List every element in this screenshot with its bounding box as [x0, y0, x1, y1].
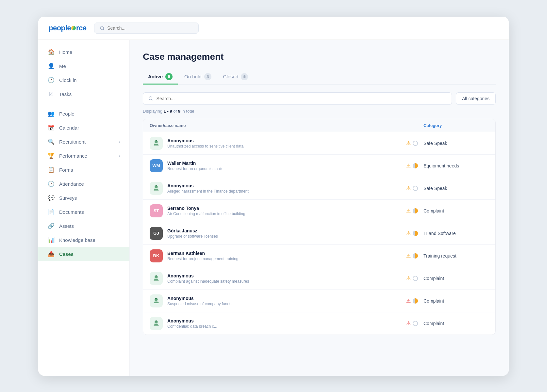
owner-name: Berman Kathleen	[167, 251, 401, 256]
displaying-suffix: in total	[182, 109, 194, 114]
case-name: Suspected misuse of company funds	[167, 302, 401, 306]
sidebar-item-cases[interactable]: 📥 Cases	[38, 247, 129, 261]
table-row[interactable]: WM Waller Martin Request for an ergonomi…	[143, 155, 495, 177]
sidebar-item-label-assets: Assets	[59, 223, 74, 229]
svg-line-3	[152, 99, 153, 100]
sidebar-item-label-performance: Performance	[59, 153, 87, 159]
warning-icon: ⚠	[406, 298, 411, 304]
sidebar-item-label-calendar: Calendar	[59, 125, 79, 131]
tab-on-hold[interactable]: On hold 4	[179, 70, 217, 85]
sidebar-item-calendar[interactable]: 📅 Calendar	[38, 121, 129, 135]
owner-info: Anonymous Confidential: data breach c...	[167, 318, 401, 329]
sidebar-item-surveys[interactable]: 💬 Surveys	[38, 191, 129, 205]
warning-icon: ⚠	[406, 275, 411, 281]
sidebar-item-attendance[interactable]: 🕐 Attendance	[38, 177, 129, 191]
avatar	[150, 182, 163, 195]
row-owner: ST Serrano Tonya Air Conditioning malfun…	[150, 204, 401, 217]
cases-list: Anonymous Unauthorized access to sensiti…	[143, 132, 495, 335]
table-row[interactable]: BK Berman Kathleen Request for project m…	[143, 245, 495, 267]
search-icon	[100, 25, 105, 31]
forms-icon: 📋	[47, 166, 55, 173]
sidebar: 🏠 Home 👤 Me 🕐 Clock in ☑ Tasks 👥	[38, 40, 130, 376]
attendance-icon: 🕐	[47, 180, 55, 187]
top-search-input[interactable]	[107, 25, 193, 31]
logo-text-people: people	[49, 24, 71, 32]
row-owner: Anonymous Alleged harassment in the Fina…	[150, 182, 401, 195]
case-search-bar[interactable]	[143, 92, 452, 105]
case-name: Request for project management training	[167, 257, 401, 261]
search-icon-filter	[148, 96, 153, 101]
status-icon	[413, 186, 418, 191]
avatar	[150, 294, 163, 307]
sidebar-item-documents[interactable]: 📄 Documents	[38, 205, 129, 219]
sidebar-item-label-attendance: Attendance	[59, 181, 84, 187]
home-icon: 🏠	[47, 49, 55, 55]
case-name: Confidential: data breach c...	[167, 324, 401, 329]
documents-icon: 📄	[47, 209, 55, 215]
svg-rect-6	[154, 276, 158, 280]
header-owner: Owner/case name	[150, 123, 401, 128]
sidebar-item-label-recruitment: Recruitment	[59, 139, 86, 145]
avatar	[150, 272, 163, 285]
sidebar-item-clock-in[interactable]: 🕐 Clock in	[38, 73, 129, 87]
sidebar-item-people[interactable]: 👥 People	[38, 107, 129, 121]
row-icons: ⚠	[401, 208, 423, 214]
table-header: Owner/case name Category	[143, 119, 495, 132]
sidebar-item-label-clock-in: Clock in	[59, 77, 76, 83]
owner-info: Anonymous Complaint against inadequate s…	[167, 273, 401, 284]
owner-name: Anonymous	[167, 273, 401, 278]
tab-closed[interactable]: Closed 5	[218, 70, 254, 85]
owner-name: Anonymous	[167, 138, 401, 143]
sidebar-item-recruitment[interactable]: 🔍 Recruitment ›	[38, 135, 129, 149]
svg-rect-4	[154, 141, 158, 145]
svg-point-2	[149, 97, 152, 100]
table-row[interactable]: Anonymous Confidential: data breach c...…	[143, 312, 495, 335]
table-row[interactable]: ST Serrano Tonya Air Conditioning malfun…	[143, 200, 495, 222]
table-row[interactable]: Anonymous Alleged harassment in the Fina…	[143, 177, 495, 200]
cases-icon: 📥	[47, 251, 55, 258]
sidebar-item-label-forms: Forms	[59, 167, 73, 173]
top-search-bar[interactable]	[94, 23, 199, 34]
row-icons: ⚠	[401, 185, 423, 191]
case-name: Alleged harassment in the Finance depart…	[167, 189, 401, 194]
warning-icon: ⚠	[406, 320, 411, 326]
sidebar-item-home[interactable]: 🏠 Home	[38, 45, 129, 59]
status-icon	[413, 163, 418, 168]
sidebar-item-tasks[interactable]: ☑ Tasks	[38, 87, 129, 101]
surveys-icon: 💬	[47, 195, 55, 201]
table-row[interactable]: Anonymous Complaint against inadequate s…	[143, 267, 495, 290]
case-search-input[interactable]	[157, 96, 446, 101]
warning-icon: ⚠	[406, 185, 411, 191]
avatar: ST	[150, 204, 163, 217]
category-filter-button[interactable]: All categories	[456, 92, 496, 105]
row-owner: GJ Górka Janusz Upgrade of software lice…	[150, 227, 401, 240]
table-row[interactable]: Anonymous Unauthorized access to sensiti…	[143, 132, 495, 155]
sidebar-item-knowledge-base[interactable]: 📊 Knowledge base	[38, 233, 129, 247]
svg-rect-5	[154, 186, 158, 190]
knowledge-icon: 📊	[47, 237, 55, 243]
owner-name: Anonymous	[167, 183, 401, 188]
svg-point-0	[100, 26, 104, 29]
table-row[interactable]: Anonymous Suspected misuse of company fu…	[143, 290, 495, 312]
sidebar-item-forms[interactable]: 📋 Forms	[38, 163, 129, 177]
status-icon	[413, 208, 418, 213]
sidebar-item-performance[interactable]: 🏆 Performance ›	[38, 149, 129, 163]
table-row[interactable]: GJ Górka Janusz Upgrade of software lice…	[143, 222, 495, 245]
row-category: Complaint	[423, 321, 489, 326]
tab-active[interactable]: Active 9	[143, 70, 178, 85]
owner-info: Anonymous Suspected misuse of company fu…	[167, 296, 401, 306]
page-title: Case management	[143, 52, 496, 62]
svg-rect-7	[154, 299, 158, 303]
svg-line-1	[103, 29, 104, 30]
row-owner: Anonymous Suspected misuse of company fu…	[150, 294, 401, 307]
row-category: Safe Speak	[423, 141, 489, 146]
row-owner: BK Berman Kathleen Request for project m…	[150, 249, 401, 262]
row-icons: ⚠	[401, 163, 423, 169]
status-icon	[413, 276, 418, 281]
sidebar-item-me[interactable]: 👤 Me	[38, 59, 129, 73]
sidebar-divider-1	[38, 104, 129, 104]
sidebar-item-assets[interactable]: 🔗 Assets	[38, 219, 129, 233]
tab-active-label: Active	[148, 74, 163, 79]
status-icon	[413, 231, 418, 236]
row-category: Training request	[423, 253, 489, 259]
